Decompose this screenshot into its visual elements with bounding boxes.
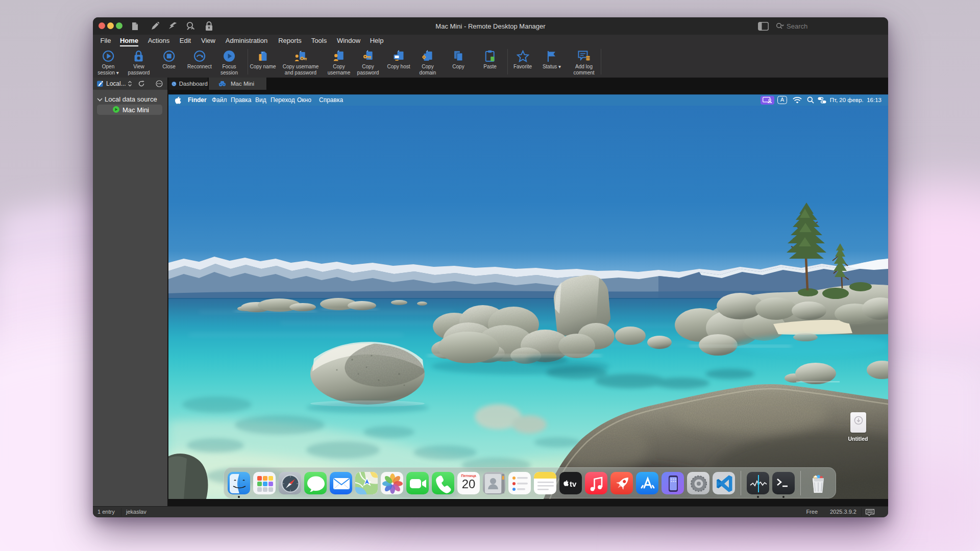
svg-text:tv: tv: [570, 479, 577, 488]
